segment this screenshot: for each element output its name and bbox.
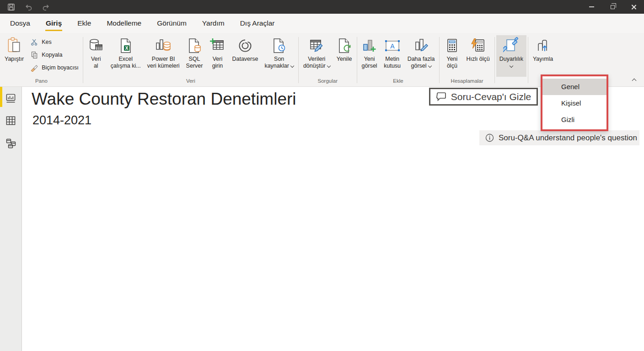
ribbon-group-calculations: Yeni ölçü: [441, 33, 493, 86]
report-view-icon: [5, 93, 16, 103]
copy-label: Kopyala: [42, 52, 62, 58]
tab-gorunum[interactable]: Görünüm: [149, 14, 194, 33]
undo-icon[interactable]: [23, 2, 33, 12]
tab-ekle[interactable]: Ekle: [70, 14, 99, 33]
dataverse-button[interactable]: Dataverse: [229, 35, 261, 63]
group-label-pano: Pano: [1, 77, 81, 86]
title-bar: [0, 0, 644, 14]
chevron-down-icon: [327, 64, 330, 67]
sensitivity-icon: [503, 37, 520, 55]
get-data-icon: [88, 37, 104, 55]
report-title: Wake County Restoran Denetimleri: [32, 90, 296, 109]
menu-item-kisisel[interactable]: Kişisel: [542, 95, 606, 112]
ribbon-group-sensitivity: Duyarlılık: [496, 33, 526, 86]
sensitivity-dropdown-menu: Genel Kişisel Gizli: [541, 74, 608, 131]
sql-server-button[interactable]: SQL Server: [183, 35, 206, 69]
text-box-button[interactable]: A Metin kutusu: [381, 35, 404, 69]
minimize-button[interactable]: [581, 0, 602, 14]
minimize-icon: [589, 6, 594, 7]
paste-icon: [6, 37, 22, 55]
tab-dis-araclar[interactable]: Dış Araçlar: [232, 14, 283, 33]
enter-data-icon: [209, 37, 225, 55]
menu-item-gizli[interactable]: Gizli: [542, 112, 606, 128]
copy-button[interactable]: Kopyala: [27, 48, 81, 61]
info-icon: [485, 133, 494, 142]
more-visuals-icon: [413, 37, 429, 55]
excel-workbook-icon: X: [118, 37, 134, 55]
more-visuals-button[interactable]: Daha fazla görsel: [404, 35, 438, 69]
view-sidebar: [0, 87, 22, 351]
powerbi-datasets-button[interactable]: Power BI veri kümeleri: [144, 35, 183, 69]
ribbon-group-queries: Verileri dönüştür Yenile Sorgula: [300, 33, 355, 86]
tab-yardim[interactable]: Yardım: [194, 14, 232, 33]
collapse-ribbon-button[interactable]: [629, 75, 639, 84]
model-view-icon: [5, 138, 16, 149]
save-icon[interactable]: [6, 2, 16, 12]
sql-server-icon: [187, 37, 202, 55]
tab-modelleme[interactable]: Modelleme: [99, 14, 149, 33]
ribbon-tab-bar: Dosya Giriş Ekle Modelleme Görünüm Yardı…: [0, 14, 644, 33]
ribbon-group-insert: Yeni görsel A Metin: [359, 33, 438, 86]
new-visual-button[interactable]: Yeni görsel: [359, 35, 381, 69]
enter-data-button[interactable]: Veri girin: [206, 35, 229, 69]
close-button[interactable]: [623, 0, 644, 14]
format-painter-icon: [30, 63, 39, 72]
chevron-up-icon: [632, 78, 636, 83]
tab-dosya[interactable]: Dosya: [2, 14, 38, 33]
ribbon-divider: [494, 37, 495, 83]
close-icon: [631, 4, 637, 10]
restore-button[interactable]: [602, 0, 623, 14]
recent-sources-button[interactable]: Son kaynaklar: [261, 35, 297, 69]
svg-text:A: A: [390, 43, 395, 50]
group-label-ekle: Ekle: [359, 77, 438, 86]
text-box-icon: A: [384, 37, 401, 55]
ribbon-group-data: Veri al X Excel çalışma ki...: [85, 33, 297, 86]
group-label-hesaplamalar: Hesaplamalar: [441, 77, 493, 86]
cut-button[interactable]: Kes: [27, 36, 81, 48]
dataverse-icon: [237, 37, 253, 55]
cut-label: Kes: [42, 39, 52, 45]
group-label-sorgular: Sorgular: [300, 77, 355, 86]
group-label-veri: Veri: [85, 77, 297, 86]
quick-measure-button[interactable]: Hızlı ölçü: [463, 35, 493, 63]
refresh-button[interactable]: Yenile: [333, 35, 355, 63]
ribbon-divider: [357, 37, 357, 83]
recent-sources-icon: [271, 37, 287, 55]
data-view-icon: [5, 116, 16, 126]
redo-icon[interactable]: [41, 2, 51, 12]
get-data-button[interactable]: Veri al: [85, 35, 107, 69]
data-view-button[interactable]: [5, 115, 16, 126]
hide-qa-label: Soru-Cevap'ı Gizle: [451, 91, 531, 102]
paste-button[interactable]: Yapıştır: [1, 35, 27, 74]
menu-item-genel[interactable]: Genel: [542, 79, 606, 95]
ribbon-divider: [528, 37, 528, 83]
speech-bubble-icon: [436, 92, 447, 102]
active-view-indicator: [0, 87, 2, 107]
chevron-down-icon: [290, 64, 294, 67]
sensitivity-button[interactable]: Duyarlılık: [496, 35, 526, 77]
hide-qa-button[interactable]: Soru-Cevap'ı Gizle: [429, 88, 538, 106]
ribbon-divider: [298, 37, 299, 83]
refresh-icon: [337, 37, 352, 55]
tab-giris[interactable]: Giriş: [38, 14, 70, 33]
chevron-down-icon: [510, 64, 513, 68]
qa-tooltip-text: Soru-Q&A understand people's question: [499, 133, 637, 143]
restore-icon: [611, 5, 615, 9]
publish-button[interactable]: Yayımla: [530, 35, 556, 63]
report-view-button[interactable]: [5, 93, 16, 104]
format-painter-label: Biçim boyacısı: [42, 64, 79, 71]
format-painter-button[interactable]: Biçim boyacısı: [27, 61, 81, 74]
transform-data-icon: [308, 37, 325, 55]
excel-workbook-button[interactable]: X Excel çalışma ki...: [107, 35, 144, 69]
paste-label: Yapıştır: [5, 56, 24, 63]
new-measure-button[interactable]: Yeni ölçü: [441, 35, 463, 69]
publish-icon: [535, 37, 551, 55]
new-visual-icon: [362, 37, 377, 55]
ribbon-divider: [83, 37, 83, 83]
new-measure-icon: [444, 37, 460, 55]
transform-data-button[interactable]: Verileri dönüştür: [300, 35, 333, 69]
group-label-sensitivity: [496, 77, 526, 86]
model-view-button[interactable]: [5, 138, 16, 149]
quick-measure-icon: [470, 37, 486, 55]
svg-text:X: X: [125, 46, 128, 51]
